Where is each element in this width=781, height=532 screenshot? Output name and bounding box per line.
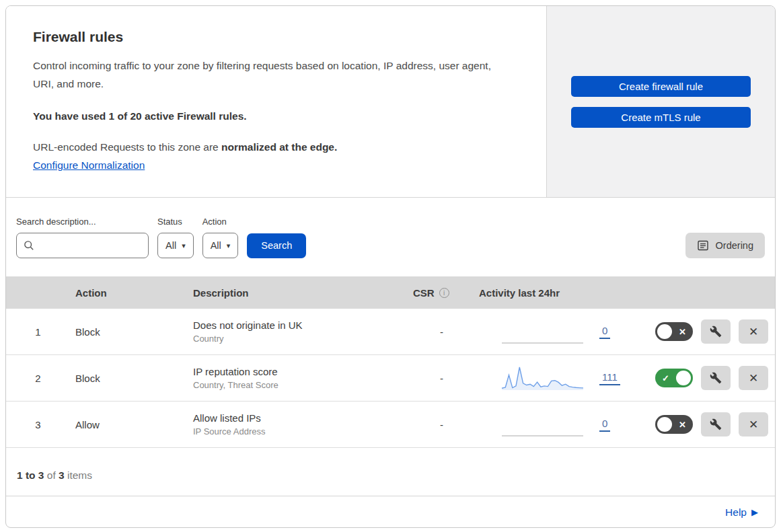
- create-mtls-rule-button[interactable]: Create mTLS rule: [571, 107, 751, 128]
- intro-panel: Firewall rules Control incoming traffic …: [6, 6, 547, 197]
- table-row: 3 Allow Allow listed IPs IP Source Addre…: [6, 402, 775, 448]
- help-bar: Help ▶: [6, 496, 775, 528]
- column-action: Action: [70, 287, 188, 299]
- configure-normalization-link[interactable]: Configure Normalization: [33, 159, 145, 171]
- toggle-state-icon: ✓: [662, 373, 669, 383]
- ordering-button[interactable]: Ordering: [685, 233, 765, 258]
- search-icon: [24, 240, 34, 251]
- rule-number: 3: [6, 419, 70, 430]
- rule-action: Allow: [70, 419, 188, 430]
- rule-fields: Country: [193, 334, 410, 344]
- firewall-rules-card: Firewall rules Control incoming traffic …: [5, 5, 776, 528]
- toggle-knob: [657, 417, 672, 432]
- status-group: Status All ▾: [157, 217, 194, 258]
- ordering-icon: [697, 239, 709, 252]
- toggle-state-icon: ✕: [679, 327, 686, 337]
- edit-rule-button[interactable]: [701, 319, 731, 344]
- rule-enabled-toggle[interactable]: ✕: [655, 415, 693, 434]
- chevron-down-icon: ▾: [182, 241, 186, 250]
- action-value: All: [211, 240, 221, 251]
- arrow-right-icon: ▶: [751, 507, 758, 517]
- toggle-knob: [657, 324, 672, 339]
- delete-rule-button[interactable]: ✕: [739, 366, 768, 390]
- edit-rule-button[interactable]: [701, 366, 731, 390]
- summary-total: 3: [59, 469, 65, 481]
- rule-description: Allow listed IPs IP Source Address: [188, 412, 410, 436]
- create-firewall-rule-button[interactable]: Create firewall rule: [571, 76, 751, 97]
- ordering-label: Ordering: [716, 240, 753, 251]
- search-button[interactable]: Search: [247, 233, 306, 258]
- activity-sparkline: [500, 318, 585, 345]
- rule-activity: 111: [474, 365, 655, 391]
- toggle-state-icon: ✕: [679, 420, 686, 430]
- rule-enabled-toggle[interactable]: ✕: [655, 322, 693, 341]
- rule-action: Block: [70, 326, 188, 338]
- help-label: Help: [725, 506, 747, 519]
- column-activity: Activity last 24hr: [474, 287, 655, 299]
- normalization-text: URL-encoded Requests to this zone are: [33, 141, 221, 153]
- rule-number: 2: [6, 373, 70, 384]
- search-group: Search description...: [16, 217, 149, 258]
- close-icon: ✕: [749, 418, 758, 432]
- action-group: Action All ▾: [202, 217, 239, 258]
- activity-count-link[interactable]: 0: [599, 418, 610, 432]
- activity-sparkline: [500, 411, 585, 438]
- rule-description-main: IP reputation score: [193, 366, 410, 377]
- wrench-icon: [710, 418, 722, 430]
- summary-items: items: [67, 469, 92, 481]
- actions-panel: Create firewall rule Create mTLS rule: [547, 6, 775, 197]
- activity-count-link[interactable]: 111: [599, 371, 620, 385]
- delete-rule-button[interactable]: ✕: [739, 319, 768, 344]
- rule-description: IP reputation score Country, Threat Scor…: [188, 366, 410, 390]
- rule-controls: ✓ ✕: [655, 366, 775, 390]
- rule-description-main: Allow listed IPs: [193, 412, 410, 424]
- rule-csr: -: [410, 326, 474, 338]
- column-csr: CSR i: [410, 287, 474, 299]
- rule-csr: -: [410, 373, 474, 384]
- status-label: Status: [157, 217, 194, 227]
- chevron-down-icon: ▾: [227, 241, 231, 250]
- action-dropdown[interactable]: All ▾: [202, 233, 239, 258]
- rule-activity: 0: [474, 411, 655, 438]
- summary-of: of: [47, 469, 56, 481]
- table-row: 1 Block Does not originate in UK Country…: [6, 309, 775, 355]
- close-icon: ✕: [749, 325, 758, 339]
- normalization-bold: normalized at the edge.: [221, 141, 337, 153]
- table-header: Action Description CSR i Activity last 2…: [6, 276, 775, 309]
- close-icon: ✕: [749, 371, 758, 385]
- rule-enabled-toggle[interactable]: ✓: [655, 369, 693, 387]
- wrench-icon: [710, 372, 722, 384]
- rule-description-main: Does not originate in UK: [193, 319, 410, 331]
- normalization-note: URL-encoded Requests to this zone are no…: [33, 141, 519, 153]
- wrench-icon: [710, 326, 722, 338]
- search-label: Search description...: [16, 217, 149, 227]
- rule-activity: 0: [474, 318, 655, 345]
- help-link[interactable]: Help ▶: [725, 506, 758, 519]
- usage-summary: You have used 1 of 20 active Firewall ru…: [33, 110, 519, 122]
- csr-label: CSR: [413, 287, 435, 299]
- items-summary: 1 to 3 of 3 items: [6, 448, 775, 496]
- rule-controls: ✕ ✕: [655, 319, 775, 344]
- filter-bar: Search description... Status All ▾ Actio…: [6, 198, 775, 276]
- page-title: Firewall rules: [33, 29, 519, 45]
- rule-description: Does not originate in UK Country: [188, 319, 410, 344]
- toggle-knob: [676, 371, 691, 385]
- activity-sparkline: [500, 365, 585, 391]
- status-dropdown[interactable]: All ▾: [157, 233, 194, 258]
- rule-action: Block: [70, 373, 188, 384]
- column-description: Description: [188, 287, 410, 299]
- delete-rule-button[interactable]: ✕: [739, 412, 768, 436]
- info-icon[interactable]: i: [439, 288, 449, 298]
- rule-fields: Country, Threat Score: [193, 380, 410, 390]
- table-row: 2 Block IP reputation score Country, Thr…: [6, 355, 775, 402]
- search-box: [16, 233, 149, 258]
- action-label: Action: [202, 217, 239, 227]
- rule-csr: -: [410, 419, 474, 430]
- edit-rule-button[interactable]: [701, 412, 731, 436]
- search-input[interactable]: [39, 239, 141, 252]
- activity-count-link[interactable]: 0: [599, 325, 610, 339]
- rule-fields: IP Source Address: [193, 426, 410, 436]
- rule-number: 1: [6, 326, 70, 338]
- intro-section: Firewall rules Control incoming traffic …: [6, 6, 775, 198]
- rule-controls: ✕ ✕: [655, 412, 775, 436]
